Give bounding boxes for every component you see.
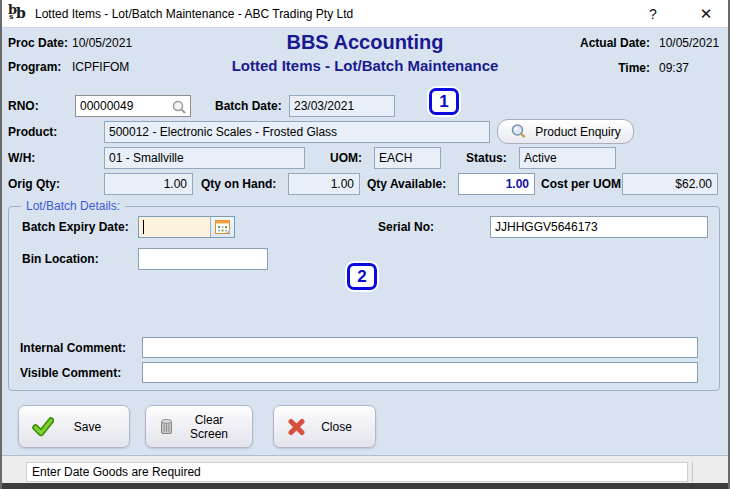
save-button-label: Save (54, 420, 121, 434)
batch-expiry-date-control (138, 216, 235, 238)
rno-input[interactable]: 00000049 (75, 95, 191, 117)
window-bottom-edge (0, 483, 730, 489)
visible-comment-input[interactable] (142, 362, 698, 383)
calendar-icon (215, 220, 231, 235)
status-message: Enter Date Goods are Required (26, 462, 688, 482)
batch-expiry-date-input[interactable] (139, 217, 210, 237)
batch-date-label: Batch Date: (215, 99, 282, 113)
visible-comment-label: Visible Comment: (20, 366, 121, 380)
rno-value: 00000049 (80, 99, 133, 113)
internal-comment-label: Internal Comment: (20, 341, 126, 355)
actual-date-label: Actual Date: (573, 36, 650, 50)
product-enquiry-search-icon (510, 123, 527, 140)
clear-screen-button-label: Clear Screen (174, 413, 244, 441)
cost-per-uom-label: Cost per UOM: (541, 177, 625, 191)
rno-label: RNO: (8, 99, 39, 113)
serial-no-input[interactable] (490, 216, 708, 238)
close-window-button[interactable]: ✕ (684, 0, 728, 27)
qty-available-field: 1.00 (458, 173, 535, 195)
uom-field: EACH (374, 147, 441, 169)
product-field: 500012 - Electronic Scales - Frosted Gla… (104, 121, 490, 143)
product-label: Product: (8, 125, 57, 139)
actual-date-value: 10/05/2021 (659, 36, 719, 50)
app-icon: bsb (8, 4, 28, 24)
close-button[interactable]: Close (273, 405, 376, 448)
qty-on-hand-field: 1.00 (288, 173, 360, 195)
status-bar: Enter Date Goods are Required (0, 455, 730, 483)
qty-available-label: Qty Available: (367, 177, 446, 191)
status-bar-divider (692, 462, 693, 482)
orig-qty-label: Orig Qty: (8, 177, 60, 191)
help-button[interactable]: ? (632, 0, 674, 27)
annotation-marker-1: 1 (429, 88, 459, 115)
qty-on-hand-label: Qty on Hand: (201, 177, 276, 191)
cost-per-uom-field: $62.00 (622, 173, 718, 195)
internal-comment-input[interactable] (142, 337, 698, 358)
save-button[interactable]: Save (18, 405, 130, 448)
annotation-marker-2: 2 (347, 263, 377, 290)
clear-screen-button[interactable]: Clear Screen (145, 405, 253, 448)
status-field: Active (519, 147, 616, 169)
batch-expiry-date-label: Batch Expiry Date: (22, 220, 129, 234)
calendar-button[interactable] (210, 217, 234, 237)
application-window: { "window": { "title": "Lotted Items - L… (0, 0, 730, 489)
bin-location-label: Bin Location: (22, 252, 99, 266)
window-left-border (0, 0, 2, 489)
text-caret (143, 220, 144, 234)
serial-no-label: Serial No: (378, 220, 434, 234)
uom-label: UOM: (330, 151, 362, 165)
save-check-icon (32, 417, 54, 437)
product-enquiry-button[interactable]: Product Enquiry (497, 119, 634, 144)
wh-field: 01 - Smallville (104, 147, 305, 169)
lot-batch-details-title: Lot/Batch Details: (21, 199, 125, 213)
status-label: Status: (466, 151, 507, 165)
product-enquiry-label: Product Enquiry (535, 125, 620, 139)
close-button-label: Close (306, 420, 367, 434)
orig-qty-field: 1.00 (104, 173, 193, 195)
window-title: Lotted Items - Lot/Batch Maintenance - A… (35, 7, 353, 21)
title-bar: bsb Lotted Items - Lot/Batch Maintenance… (0, 0, 730, 28)
close-x-icon (287, 418, 306, 436)
clear-screen-eraser-icon (159, 418, 174, 436)
time-value: 09:37 (659, 61, 689, 75)
wh-label: W/H: (8, 151, 35, 165)
rno-search-icon[interactable] (171, 99, 187, 117)
batch-date-field: 23/03/2021 (289, 95, 395, 117)
bin-location-input[interactable] (138, 248, 268, 270)
time-label: Time: (573, 61, 650, 75)
